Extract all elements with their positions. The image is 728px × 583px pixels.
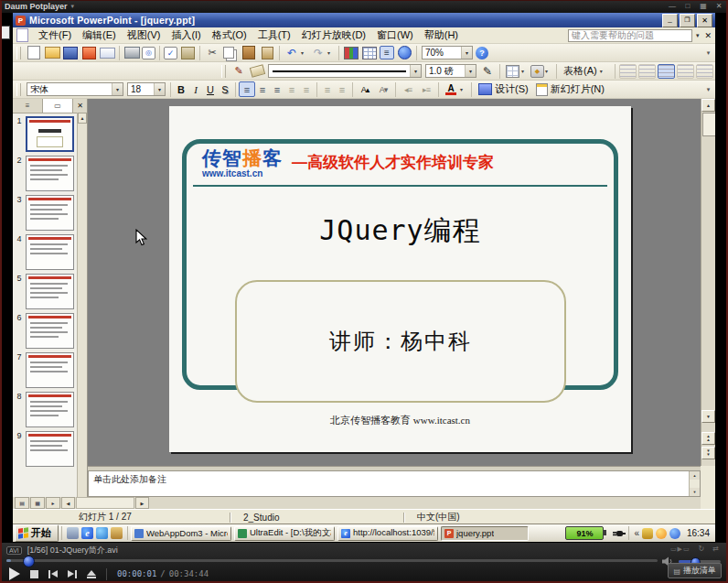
panel-close-icon[interactable] xyxy=(73,99,87,113)
menu-file[interactable]: 文件(F) xyxy=(33,27,77,43)
normal-view-button[interactable] xyxy=(15,497,29,509)
seek-bar[interactable] xyxy=(6,559,658,562)
next-button[interactable] xyxy=(68,570,77,578)
border-style-dropdown-icon[interactable] xyxy=(410,65,421,77)
help-button[interactable] xyxy=(476,47,488,59)
research-button[interactable] xyxy=(179,46,196,59)
slide-thumbnail[interactable]: 7 xyxy=(13,349,78,388)
copy-button[interactable] xyxy=(222,46,239,59)
border-style-combo[interactable] xyxy=(268,64,422,78)
align-right-button[interactable] xyxy=(270,82,284,96)
ppt-minimize-button[interactable] xyxy=(662,14,678,27)
start-button[interactable]: 开始 xyxy=(15,524,59,542)
menu-edit[interactable]: 编辑(E) xyxy=(77,27,122,43)
help-dropdown-icon[interactable] xyxy=(696,32,700,39)
decrease-indent-button[interactable] xyxy=(400,82,416,96)
font-size-dropdown-icon[interactable] xyxy=(154,83,165,95)
slideshow-button[interactable] xyxy=(46,497,60,509)
stop-button[interactable] xyxy=(30,570,38,578)
next-slide-button[interactable] xyxy=(701,447,715,459)
player-layout-button[interactable] xyxy=(699,3,708,10)
internet-explorer-icon[interactable] xyxy=(81,527,93,539)
distribute-text-button[interactable] xyxy=(284,82,299,96)
border-width-dropdown-icon[interactable] xyxy=(465,65,476,77)
menu-window[interactable]: 窗口(W) xyxy=(371,27,419,43)
scroll-up-button[interactable] xyxy=(701,99,715,112)
toolbar-grip[interactable] xyxy=(16,47,21,59)
font-name-combo[interactable]: 宋体 xyxy=(27,82,123,96)
center-vertically-button[interactable] xyxy=(677,64,694,79)
notes-pane[interactable]: 单击此处添加备注 xyxy=(88,470,701,497)
new-button[interactable] xyxy=(26,46,42,59)
font-color-dropdown-icon[interactable] xyxy=(460,86,467,92)
taskbar-clock[interactable]: 16:34 xyxy=(687,528,710,538)
update-tray-icon[interactable] xyxy=(656,528,667,539)
toolbar-grip[interactable] xyxy=(221,65,226,78)
print-button[interactable] xyxy=(123,46,140,59)
screen-mode-icon[interactable] xyxy=(670,545,691,553)
slide-thumbnail[interactable]: 3 xyxy=(13,191,78,231)
player-titlebar[interactable]: Daum Potplayer ▾ xyxy=(0,0,728,13)
taskbar-task-ultraedit[interactable]: UltraEdit - [D:\我的文档... xyxy=(234,526,335,541)
zoom-combo[interactable]: 70% xyxy=(422,46,473,59)
numbered-list-button[interactable] xyxy=(320,82,335,96)
eraser-button[interactable] xyxy=(249,64,265,78)
line-spacing-button[interactable] xyxy=(299,82,314,96)
open-button[interactable] xyxy=(44,46,60,59)
video-area[interactable]: P Microsoft PowerPoint - [jquery.ppt] 文件… xyxy=(0,13,728,542)
slide-thumbnail[interactable]: 2 xyxy=(13,152,78,191)
align-left-button[interactable] xyxy=(239,81,255,97)
merge-cells-button[interactable] xyxy=(619,64,637,79)
slide-canvas[interactable]: 传智播客 www.itcast.cn —高级软件人才实作培训专家 JQuery编… xyxy=(169,106,631,452)
email-button[interactable] xyxy=(99,46,115,59)
hyperlink-button[interactable] xyxy=(396,46,412,59)
menubar-close-icon[interactable] xyxy=(704,31,712,40)
keys-tray-icon[interactable] xyxy=(642,528,653,539)
new-slide-button[interactable]: 新幻灯片(N) xyxy=(532,82,608,97)
ppt-close-button[interactable] xyxy=(697,14,712,27)
play-button[interactable] xyxy=(9,567,20,580)
tab-slides[interactable] xyxy=(43,99,73,113)
save-button[interactable] xyxy=(62,46,79,59)
shuffle-icon[interactable] xyxy=(712,545,719,553)
border-color-button[interactable] xyxy=(479,64,496,78)
permission-button[interactable] xyxy=(80,46,97,59)
menu-insert[interactable]: 插入(I) xyxy=(166,27,206,43)
previous-button[interactable] xyxy=(48,570,58,578)
fill-dropdown-icon[interactable] xyxy=(545,68,552,74)
italic-button[interactable]: I xyxy=(188,82,203,96)
font-size-combo[interactable]: 18 xyxy=(127,82,166,96)
lecturer-box[interactable]: 讲师：杨中科 xyxy=(235,280,566,403)
slide-thumbnail[interactable]: 9 xyxy=(13,427,78,467)
font-color-button[interactable] xyxy=(443,82,459,96)
slide-thumbnail[interactable]: 5 xyxy=(13,270,78,309)
bold-button[interactable]: B xyxy=(174,82,188,96)
hscroll-right-button[interactable] xyxy=(135,497,149,509)
media-player-icon[interactable] xyxy=(111,527,123,539)
player-close-button[interactable] xyxy=(714,3,723,10)
increase-indent-button[interactable] xyxy=(418,82,434,96)
messenger-icon[interactable] xyxy=(96,527,108,539)
slide-title[interactable]: JQuery编程 xyxy=(169,212,631,250)
font-name-dropdown-icon[interactable] xyxy=(112,83,123,95)
slide-thumbnail[interactable]: 1 xyxy=(13,113,78,152)
menu-format[interactable]: 格式(O) xyxy=(207,27,252,43)
align-top-button[interactable] xyxy=(658,64,675,79)
repeat-icon[interactable] xyxy=(699,545,705,553)
draw-table-button[interactable] xyxy=(230,64,247,78)
slide-thumbnail[interactable]: 4 xyxy=(13,231,78,270)
align-bottom-button[interactable] xyxy=(696,64,713,79)
vertical-scrollbar[interactable] xyxy=(701,99,715,466)
underline-button[interactable]: U xyxy=(203,82,218,96)
taskbar-task-webapp[interactable]: WebAppDom3 - Microsof... xyxy=(131,526,231,541)
table-menu-button[interactable]: 表格(A) xyxy=(560,64,612,79)
powerpoint-titlebar[interactable]: P Microsoft PowerPoint - [jquery.ppt] xyxy=(13,13,715,27)
help-question-input[interactable]: 键入需要帮助的问题 xyxy=(568,29,692,42)
player-minimize-button[interactable] xyxy=(668,3,677,10)
tray-expand-icon[interactable] xyxy=(634,528,639,538)
border-dropdown-icon[interactable] xyxy=(521,68,529,74)
undo-button[interactable] xyxy=(284,46,300,59)
taskbar-task-powerpoint[interactable]: jquery.ppt xyxy=(441,526,529,541)
notes-scroll-down-icon[interactable] xyxy=(690,488,700,496)
insert-table-button[interactable] xyxy=(361,46,378,59)
